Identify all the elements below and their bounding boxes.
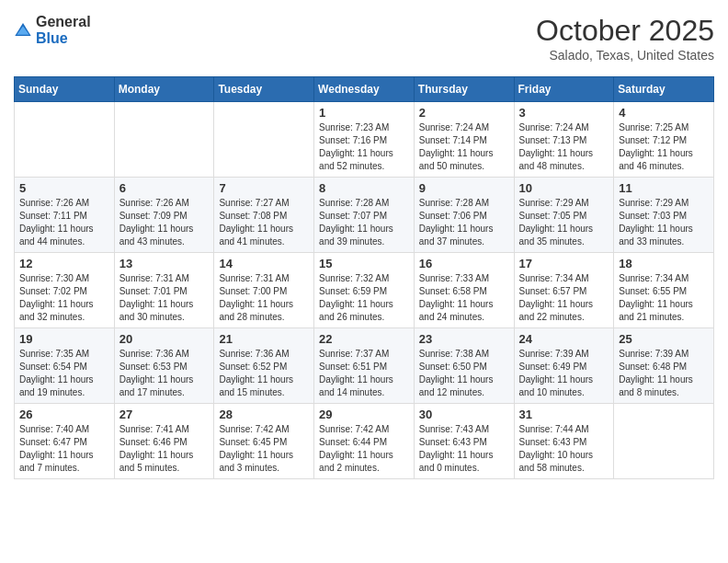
calendar-cell bbox=[15, 102, 115, 178]
page-header: General Blue October 2025 Salado, Texas,… bbox=[14, 14, 714, 63]
title-block: October 2025 Salado, Texas, United State… bbox=[536, 14, 714, 63]
day-number: 3 bbox=[519, 106, 609, 120]
day-info: Sunrise: 7:26 AM Sunset: 7:09 PM Dayligh… bbox=[119, 197, 210, 248]
day-number: 13 bbox=[119, 257, 210, 270]
day-info: Sunrise: 7:39 AM Sunset: 6:48 PM Dayligh… bbox=[619, 348, 709, 399]
day-number: 11 bbox=[619, 181, 709, 195]
calendar-cell: 17Sunrise: 7:34 AM Sunset: 6:57 PM Dayli… bbox=[514, 253, 614, 328]
day-number: 28 bbox=[219, 408, 309, 421]
day-info: Sunrise: 7:31 AM Sunset: 7:01 PM Dayligh… bbox=[119, 272, 210, 324]
calendar-header-row: SundayMondayTuesdayWednesdayThursdayFrid… bbox=[15, 77, 714, 102]
day-info: Sunrise: 7:34 AM Sunset: 6:57 PM Dayligh… bbox=[519, 272, 609, 324]
day-number: 7 bbox=[219, 181, 309, 195]
day-info: Sunrise: 7:30 AM Sunset: 7:02 PM Dayligh… bbox=[19, 272, 109, 324]
month-title: October 2025 bbox=[536, 14, 714, 48]
day-number: 6 bbox=[119, 181, 210, 195]
calendar-cell: 26Sunrise: 7:40 AM Sunset: 6:47 PM Dayli… bbox=[15, 404, 115, 479]
calendar-cell: 6Sunrise: 7:26 AM Sunset: 7:09 PM Daylig… bbox=[114, 178, 214, 253]
logo-wordmark: General Blue bbox=[36, 14, 91, 47]
day-info: Sunrise: 7:28 AM Sunset: 7:06 PM Dayligh… bbox=[419, 197, 509, 248]
day-info: Sunrise: 7:44 AM Sunset: 6:43 PM Dayligh… bbox=[519, 423, 609, 475]
day-number: 8 bbox=[319, 181, 409, 195]
calendar-week-row: 1Sunrise: 7:23 AM Sunset: 7:16 PM Daylig… bbox=[15, 102, 714, 178]
calendar-cell: 29Sunrise: 7:42 AM Sunset: 6:44 PM Dayli… bbox=[314, 404, 415, 479]
day-number: 4 bbox=[619, 106, 709, 120]
day-number: 24 bbox=[519, 332, 609, 346]
day-number: 15 bbox=[319, 257, 409, 270]
calendar-cell bbox=[114, 102, 214, 178]
day-info: Sunrise: 7:26 AM Sunset: 7:11 PM Dayligh… bbox=[19, 197, 109, 248]
calendar-cell: 3Sunrise: 7:24 AM Sunset: 7:13 PM Daylig… bbox=[514, 102, 614, 178]
day-number: 22 bbox=[319, 332, 409, 346]
location-subtitle: Salado, Texas, United States bbox=[536, 48, 714, 63]
calendar-cell: 18Sunrise: 7:34 AM Sunset: 6:55 PM Dayli… bbox=[614, 253, 714, 328]
calendar-cell bbox=[214, 102, 314, 178]
day-number: 10 bbox=[519, 181, 609, 195]
day-info: Sunrise: 7:29 AM Sunset: 7:05 PM Dayligh… bbox=[519, 197, 609, 248]
day-number: 9 bbox=[419, 181, 509, 195]
calendar-week-row: 12Sunrise: 7:30 AM Sunset: 7:02 PM Dayli… bbox=[15, 253, 714, 328]
calendar-cell: 1Sunrise: 7:23 AM Sunset: 7:16 PM Daylig… bbox=[314, 102, 415, 178]
day-number: 31 bbox=[519, 408, 609, 421]
calendar-cell: 8Sunrise: 7:28 AM Sunset: 7:07 PM Daylig… bbox=[314, 178, 415, 253]
day-number: 21 bbox=[219, 332, 309, 346]
day-number: 30 bbox=[419, 408, 509, 421]
calendar-cell: 2Sunrise: 7:24 AM Sunset: 7:14 PM Daylig… bbox=[414, 102, 514, 178]
day-info: Sunrise: 7:37 AM Sunset: 6:51 PM Dayligh… bbox=[319, 348, 409, 399]
calendar-cell: 12Sunrise: 7:30 AM Sunset: 7:02 PM Dayli… bbox=[15, 253, 115, 328]
calendar-week-row: 19Sunrise: 7:35 AM Sunset: 6:54 PM Dayli… bbox=[15, 328, 714, 404]
day-number: 2 bbox=[419, 106, 509, 120]
calendar-cell: 30Sunrise: 7:43 AM Sunset: 6:43 PM Dayli… bbox=[414, 404, 514, 479]
day-info: Sunrise: 7:33 AM Sunset: 6:58 PM Dayligh… bbox=[419, 272, 509, 324]
day-number: 26 bbox=[19, 408, 109, 421]
calendar-cell: 4Sunrise: 7:25 AM Sunset: 7:12 PM Daylig… bbox=[614, 102, 714, 178]
weekday-header-tuesday: Tuesday bbox=[214, 77, 314, 102]
calendar-cell: 28Sunrise: 7:42 AM Sunset: 6:45 PM Dayli… bbox=[214, 404, 314, 479]
calendar-cell: 15Sunrise: 7:32 AM Sunset: 6:59 PM Dayli… bbox=[314, 253, 415, 328]
day-info: Sunrise: 7:25 AM Sunset: 7:12 PM Dayligh… bbox=[619, 121, 709, 173]
day-number: 5 bbox=[19, 181, 109, 195]
calendar-table: SundayMondayTuesdayWednesdayThursdayFrid… bbox=[14, 76, 714, 479]
calendar-cell: 27Sunrise: 7:41 AM Sunset: 6:46 PM Dayli… bbox=[114, 404, 214, 479]
day-info: Sunrise: 7:36 AM Sunset: 6:52 PM Dayligh… bbox=[219, 348, 309, 399]
day-number: 16 bbox=[419, 257, 509, 270]
weekday-header-saturday: Saturday bbox=[614, 77, 714, 102]
day-info: Sunrise: 7:24 AM Sunset: 7:14 PM Dayligh… bbox=[419, 121, 509, 173]
day-number: 1 bbox=[319, 106, 409, 120]
day-info: Sunrise: 7:29 AM Sunset: 7:03 PM Dayligh… bbox=[619, 197, 709, 248]
calendar-cell: 25Sunrise: 7:39 AM Sunset: 6:48 PM Dayli… bbox=[614, 328, 714, 404]
calendar-cell: 13Sunrise: 7:31 AM Sunset: 7:01 PM Dayli… bbox=[114, 253, 214, 328]
logo-general-text: General bbox=[36, 14, 91, 29]
calendar-cell: 31Sunrise: 7:44 AM Sunset: 6:43 PM Dayli… bbox=[514, 404, 614, 479]
calendar-cell: 19Sunrise: 7:35 AM Sunset: 6:54 PM Dayli… bbox=[15, 328, 115, 404]
calendar-cell bbox=[614, 404, 714, 479]
day-info: Sunrise: 7:34 AM Sunset: 6:55 PM Dayligh… bbox=[619, 272, 709, 324]
calendar-cell: 23Sunrise: 7:38 AM Sunset: 6:50 PM Dayli… bbox=[414, 328, 514, 404]
weekday-header-friday: Friday bbox=[514, 77, 614, 102]
day-info: Sunrise: 7:38 AM Sunset: 6:50 PM Dayligh… bbox=[419, 348, 509, 399]
calendar-cell: 24Sunrise: 7:39 AM Sunset: 6:49 PM Dayli… bbox=[514, 328, 614, 404]
calendar-cell: 21Sunrise: 7:36 AM Sunset: 6:52 PM Dayli… bbox=[214, 328, 314, 404]
day-info: Sunrise: 7:31 AM Sunset: 7:00 PM Dayligh… bbox=[219, 272, 309, 324]
day-info: Sunrise: 7:23 AM Sunset: 7:16 PM Dayligh… bbox=[319, 121, 409, 173]
calendar-week-row: 26Sunrise: 7:40 AM Sunset: 6:47 PM Dayli… bbox=[15, 404, 714, 479]
day-info: Sunrise: 7:42 AM Sunset: 6:45 PM Dayligh… bbox=[219, 423, 309, 475]
day-number: 27 bbox=[119, 408, 210, 421]
calendar-cell: 22Sunrise: 7:37 AM Sunset: 6:51 PM Dayli… bbox=[314, 328, 415, 404]
day-info: Sunrise: 7:27 AM Sunset: 7:08 PM Dayligh… bbox=[219, 197, 309, 248]
day-info: Sunrise: 7:41 AM Sunset: 6:46 PM Dayligh… bbox=[119, 423, 210, 475]
day-info: Sunrise: 7:39 AM Sunset: 6:49 PM Dayligh… bbox=[519, 348, 609, 399]
day-number: 19 bbox=[19, 332, 109, 346]
weekday-header-thursday: Thursday bbox=[414, 77, 514, 102]
day-info: Sunrise: 7:35 AM Sunset: 6:54 PM Dayligh… bbox=[19, 348, 109, 399]
calendar-cell: 16Sunrise: 7:33 AM Sunset: 6:58 PM Dayli… bbox=[414, 253, 514, 328]
weekday-header-sunday: Sunday bbox=[15, 77, 115, 102]
day-info: Sunrise: 7:24 AM Sunset: 7:13 PM Dayligh… bbox=[519, 121, 609, 173]
day-number: 23 bbox=[419, 332, 509, 346]
calendar-cell: 20Sunrise: 7:36 AM Sunset: 6:53 PM Dayli… bbox=[114, 328, 214, 404]
calendar-cell: 7Sunrise: 7:27 AM Sunset: 7:08 PM Daylig… bbox=[214, 178, 314, 253]
day-info: Sunrise: 7:32 AM Sunset: 6:59 PM Dayligh… bbox=[319, 272, 409, 324]
weekday-header-wednesday: Wednesday bbox=[314, 77, 415, 102]
day-info: Sunrise: 7:28 AM Sunset: 7:07 PM Dayligh… bbox=[319, 197, 409, 248]
day-number: 29 bbox=[319, 408, 409, 421]
